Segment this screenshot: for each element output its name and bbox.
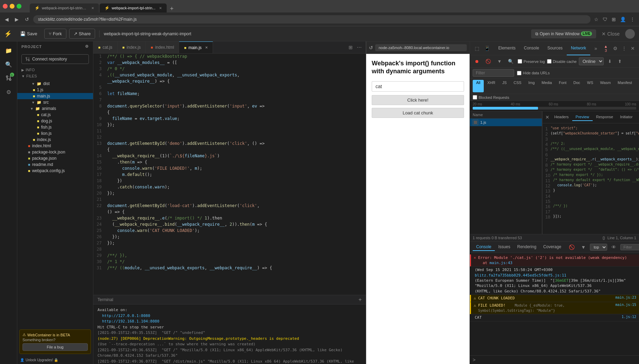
tab1-close[interactable]: ✕ — [91, 6, 94, 10]
editor-tab-indexjs[interactable]: ■ index.js — [118, 41, 146, 54]
fe-folder-dist[interactable]: ▼ 📁 dist — [17, 81, 93, 87]
close-preview-button[interactable]: ✕ Close — [599, 30, 622, 38]
terminal-add-button[interactable]: + — [359, 297, 362, 303]
new-tab-button[interactable]: + — [167, 5, 177, 12]
net-type-media[interactable]: Media — [538, 80, 555, 92]
address-bar[interactable] — [33, 15, 591, 24]
network-search-button[interactable]: 🔍 — [506, 58, 516, 65]
devtools-more-tabs[interactable]: » — [592, 46, 599, 51]
devtools-settings-button[interactable]: ⚙ — [612, 43, 619, 54]
disable-cache-checkbox[interactable]: Disable cache — [547, 59, 577, 64]
disable-cache-input[interactable] — [547, 59, 552, 64]
share-button[interactable]: ↗ Share — [69, 29, 95, 39]
devtools-error-badge[interactable]: ▲ 3 — [601, 43, 610, 54]
sidebar-item-git[interactable]: 1 — [2, 72, 15, 84]
console-tab-coverage[interactable]: Coverage — [540, 243, 565, 251]
load-cat-chunk-button[interactable]: Load cat chunk — [372, 108, 464, 118]
sidebar-item-settings[interactable]: ⚙ — [2, 86, 15, 98]
bookmark-button[interactable]: ☆ — [593, 15, 600, 24]
sidebar-item-files[interactable]: 📁 — [2, 44, 15, 57]
profile-button[interactable]: 👤 — [619, 15, 627, 24]
console-tab-issues[interactable]: Issues — [495, 243, 514, 251]
main-js-15-link[interactable]: main.js:15 — [615, 303, 636, 307]
nd-tab-headers[interactable]: Headers — [551, 113, 572, 121]
devtools-tab-console[interactable]: Console — [520, 41, 543, 55]
devtools-tab-elements[interactable]: Elements — [494, 41, 520, 55]
network-filter-input[interactable] — [473, 69, 514, 77]
main-js-23-link[interactable]: main.js:23 — [615, 296, 636, 299]
save-button[interactable]: 💾 Save — [16, 29, 41, 38]
fe-file-readmemd[interactable]: ■ readme.md — [17, 161, 93, 168]
net-type-xhr[interactable]: XHR — [484, 80, 499, 92]
net-type-ws[interactable]: WS — [584, 80, 597, 92]
fe-folder-src[interactable]: ▼ 📁 src — [17, 99, 93, 105]
fe-gear-icon[interactable]: ⚙ — [85, 44, 89, 49]
fe-file-webpackconfig[interactable]: ■ webpack.config.js — [17, 168, 93, 174]
console-filter-icon[interactable]: ▼ — [579, 243, 588, 251]
fe-files-section[interactable]: ▼ FILES — [17, 73, 93, 79]
throttle-select[interactable]: Online — [579, 57, 604, 65]
main-js-link[interactable]: main.js:43 — [490, 261, 512, 265]
devtools-inspect-button[interactable]: ⬚ — [473, 44, 481, 53]
user-avatar[interactable] — [625, 29, 635, 39]
window-minimize-button[interactable] — [10, 4, 15, 9]
blocked-requests-input[interactable] — [473, 95, 477, 100]
net-type-img[interactable]: Img — [525, 80, 538, 92]
net-type-js[interactable]: JS — [499, 80, 510, 92]
devtools-tab-network[interactable]: Network — [567, 41, 590, 55]
preview-url-bar[interactable] — [375, 44, 467, 51]
devtools-device-button[interactable]: 📱 — [482, 44, 492, 53]
fe-file-indexhtml[interactable]: ■ index.html — [17, 143, 93, 149]
fe-info-section[interactable]: ▶ INFO — [17, 67, 93, 73]
shield-icon[interactable]: 🛡 — [601, 15, 609, 24]
devtools-tab-sources[interactable]: Sources — [543, 41, 567, 55]
network-export-button[interactable]: ⬆ — [616, 58, 624, 65]
nd-tab-timing[interactable]: Timing — [636, 113, 639, 121]
editor-tab-mainjs[interactable]: ■ main.js ✕ — [179, 41, 213, 54]
nd-close-button[interactable]: ✕ — [545, 114, 549, 120]
blitz-link[interactable]: blitz.fa2fa735bbb029.445ed5c5fdef5.js:11 — [475, 273, 566, 278]
menu-button[interactable]: ⋮ — [629, 15, 636, 24]
fe-file-mainjs[interactable]: ■ main.js — [17, 93, 93, 99]
extensions-button[interactable]: ⊞ — [610, 15, 617, 24]
nd-tab-preview[interactable]: Preview — [572, 113, 593, 121]
forward-button[interactable]: ▶ — [13, 15, 21, 24]
editor-tab-indexhtml[interactable]: ■ index.html — [146, 41, 179, 54]
1js-12-link[interactable]: 1.js:12 — [622, 315, 636, 319]
fork-button[interactable]: ⑂ Fork — [44, 29, 66, 39]
click-here-button[interactable]: Click here! — [372, 95, 464, 105]
net-type-wasm[interactable]: Wasm — [597, 80, 614, 92]
network-filter-toggle[interactable]: ▼ — [495, 58, 504, 65]
connect-repository-button[interactable]: Connect repository — [21, 54, 89, 64]
hide-data-urls-checkbox[interactable]: Hide data URLs — [517, 71, 550, 75]
browser-tab-1[interactable]: ⚡ webpack-import-tpl-string-w... ✕ — [30, 3, 99, 12]
devtools-close-button[interactable]: ✕ — [629, 43, 636, 54]
window-maximize-button[interactable] — [17, 4, 21, 9]
fe-file-packagejson[interactable]: ■ package.json — [17, 155, 93, 161]
console-tab-rendering[interactable]: Rendering — [514, 243, 540, 251]
nd-tab-response[interactable]: Response — [593, 113, 617, 121]
net-type-all[interactable]: All — [473, 80, 484, 92]
devtools-dots-button[interactable]: ⋮ — [620, 43, 628, 54]
back-button[interactable]: ◀ — [3, 15, 11, 24]
console-input[interactable] — [478, 358, 636, 362]
fe-file-fishjs[interactable]: ■ fish.js — [17, 124, 93, 130]
reload-button[interactable]: ↺ — [23, 15, 31, 24]
preserve-log-input[interactable] — [518, 59, 522, 64]
fe-folder-animals[interactable]: ▼ 📁 animals — [17, 105, 93, 112]
network-clear-button[interactable]: 🚫 — [483, 58, 493, 65]
fe-file-lionjs[interactable]: ■ lion.js — [17, 130, 93, 137]
console-clear-button[interactable]: 🚫 — [567, 243, 577, 251]
blocked-requests-checkbox[interactable]: Blocked Requests — [473, 95, 636, 100]
nd-tab-initiator[interactable]: Initiator — [617, 113, 636, 121]
fe-file-indexjs[interactable]: ■ index.js — [17, 137, 93, 143]
network-import-button[interactable]: ⬇ — [606, 58, 614, 65]
fe-file-1js[interactable]: ■ 1.js — [17, 87, 93, 93]
preview-text-input[interactable] — [372, 81, 464, 92]
console-filter-input[interactable] — [620, 244, 639, 250]
editor-tab-catjs[interactable]: ■ cat.js — [93, 41, 118, 54]
net-type-other[interactable]: Other — [636, 80, 639, 92]
hide-data-urls-input[interactable] — [517, 71, 521, 75]
file-bug-button[interactable]: File a bug — [22, 343, 88, 351]
console-eye-button[interactable]: 👁 — [609, 243, 618, 251]
